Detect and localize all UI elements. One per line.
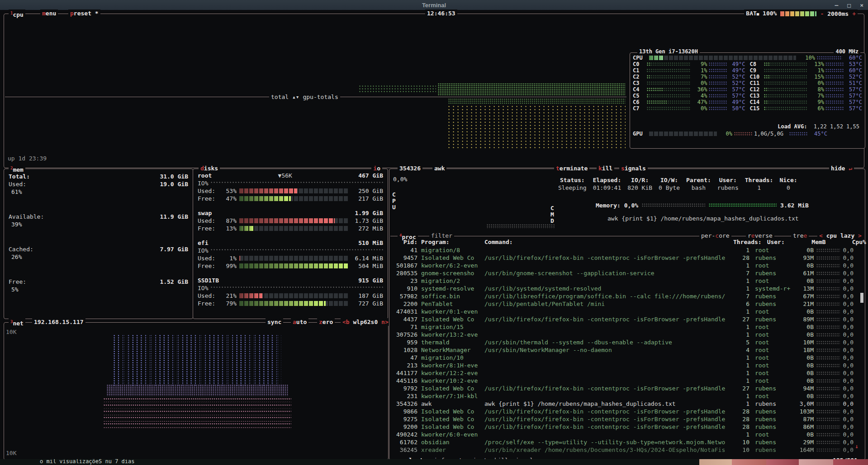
process-pid: 1028 (391, 346, 417, 354)
process-row[interactable]: 71migration/151root0B0,0 (391, 323, 861, 331)
process-pid: 307526 (391, 331, 417, 338)
process-command: /usr/bin/xreader /home/rubens/Documentos… (484, 446, 733, 454)
cpu-box-title[interactable]: 1cpu (9, 9, 25, 19)
disk-usage-label: Used: (198, 254, 218, 262)
process-program: Isolated Web Co (421, 408, 480, 415)
disk-section: efi510 MiBIO%Used:1%6.14 MiBFree:99%504 … (198, 239, 383, 277)
menu-button[interactable]: menu (40, 9, 58, 17)
disk-usage-label: Free: (198, 262, 218, 270)
process-row[interactable]: 2200PenTablet/usr/lib/pentablet/PenTable… (391, 300, 861, 308)
minimize-icon[interactable]: – (835, 1, 839, 9)
zero-button[interactable]: zero (317, 318, 335, 326)
status-column: Parent:bash (683, 176, 714, 192)
detail-cpu-percent: 0,0% (393, 175, 407, 183)
process-row[interactable]: 307526kworker/13:2-eve1root0B0,0 (391, 331, 861, 338)
process-row[interactable]: 9457Isolated Web Co/usr/lib/firefox/fire… (391, 254, 861, 262)
core-percent: 1% (809, 67, 824, 74)
process-row[interactable]: 474031kworker/0:1-even1root0B0,0 (391, 308, 861, 315)
process-row[interactable]: 57982soffice.bin/usr/lib/libreoffice/pro… (391, 292, 861, 300)
io-mode-button[interactable]: io (371, 164, 382, 172)
core-percent: 9% (809, 99, 824, 105)
detail-graph-dots (487, 224, 555, 229)
process-row[interactable]: 490242kworker/6:0-even1root0B0,0 (391, 431, 861, 438)
col-cpu[interactable]: Cpu% (852, 238, 866, 246)
disk-usage-row: Used:87%1.73 GiB (198, 217, 383, 225)
process-row[interactable]: 36245xreader/usr/bin/xreader /home/ruben… (391, 446, 861, 454)
process-cpu-percent: 0,0 (840, 423, 854, 431)
process-row[interactable]: 9866Isolated Web Co/usr/lib/firefox/fire… (391, 408, 861, 415)
col-command[interactable]: Command: (484, 238, 733, 246)
detail-mem-dots-dim (642, 203, 705, 207)
process-row[interactable]: 9200Isolated Web Co/usr/lib/firefox/fire… (391, 423, 861, 431)
sync-button[interactable]: sync (266, 318, 283, 326)
col-memb[interactable]: MemB (803, 238, 826, 246)
core-temp: 52°C (845, 74, 862, 80)
core-temp: 57°C (845, 99, 862, 105)
core-usage-dots (647, 100, 691, 104)
process-row[interactable]: 4437Isolated Web Co/usr/lib/firefox/fire… (391, 315, 861, 323)
core-label: C5 (633, 93, 645, 99)
process-row[interactable]: 354326awkawk {print $1} /home/rubens/map… (391, 400, 861, 408)
disk-usage-label: Used: (198, 217, 218, 225)
core-usage-dots (764, 100, 808, 104)
core-temp-dots (825, 62, 844, 66)
core-label: C9 (750, 67, 763, 74)
window-controls: – □ × (835, 0, 863, 10)
process-row[interactable]: 280535gnome-screensho/usr/bin/gnome-scre… (391, 269, 861, 277)
process-row[interactable]: 9275Isolated Web Co/usr/lib/firefox/fire… (391, 415, 861, 423)
process-row[interactable]: 213kworker/8:1H-eve1root0B0,0 (391, 362, 861, 369)
status-value: 01:09:41 (593, 184, 621, 192)
core-usage-fill (647, 69, 647, 72)
core-temp: 49°C (728, 61, 745, 67)
process-program: kworker/6:2-even (421, 262, 480, 269)
process-cpu-dots (816, 402, 840, 406)
col-pid[interactable]: Pid: (391, 238, 417, 246)
mem-stat-percent: 26% (9, 253, 188, 261)
process-user: root (755, 308, 791, 315)
col-threads[interactable]: Threads: (733, 238, 762, 246)
mem-stats: Total:31.0 GiBUsed:19.0 GiB61%Available:… (4, 169, 193, 310)
process-program: thermald (421, 338, 480, 346)
maximize-icon[interactable]: □ (847, 1, 851, 9)
process-memb: 0B (791, 369, 814, 377)
process-row[interactable]: 910systemd-resolve/usr/lib/systemd/syste… (391, 285, 861, 292)
disk-io-graph (211, 182, 383, 185)
interface-switcher[interactable]: <b wlp62s0 n> (341, 318, 390, 326)
process-memb: 89M (791, 315, 814, 323)
mem-box-title[interactable]: 2mem (9, 164, 25, 174)
process-row[interactable]: 959thermald/usr/sbin/thermald --systemd … (391, 338, 861, 346)
process-threads: 27 (733, 385, 749, 392)
gpu-vram: 1,0G/5,0G (754, 131, 787, 137)
proc-scrollbar-thumb[interactable] (860, 293, 863, 303)
core-temp: 57°C (728, 93, 745, 99)
process-row[interactable]: 1028NetworkManager/usr/sbin/NetworkManag… (391, 346, 861, 354)
process-row[interactable]: 41migration/81root0B0,0 (391, 246, 861, 254)
process-row[interactable]: 441177kworker/12:2-eve1root0B0,0 (391, 369, 861, 377)
process-command: /usr/lib/firefox/firefox-bin -contentpro… (484, 415, 733, 423)
process-row[interactable]: 501867kworker/6:2-even1root0B0,0 (391, 262, 861, 269)
mem-stat-value: 31.0 GiB (160, 173, 188, 180)
process-row[interactable]: 9792Isolated Web Co/usr/lib/firefox/fire… (391, 385, 861, 392)
core-temp: 49°C (728, 99, 745, 105)
status-value: bash (686, 184, 711, 192)
process-row[interactable]: 47migration/101root0B0,0 (391, 354, 861, 362)
col-program[interactable]: Program: (421, 238, 480, 246)
auto-button[interactable]: auto (291, 318, 308, 326)
disk-usage-percent: 1% (221, 254, 237, 262)
cpu-divider-label[interactable]: total ▴▾ gpu-totals (269, 93, 340, 101)
close-icon[interactable]: × (860, 1, 863, 9)
process-row[interactable]: 445116kworker/10:2-eve1root0B0,0 (391, 377, 861, 385)
core-percent: 0% (809, 80, 824, 86)
process-user: rubens (755, 269, 791, 277)
process-row[interactable]: 231kworker/7:1H-kbl1root0B0,0 (391, 392, 861, 400)
process-row[interactable]: 61762obsidian/proc/self/exe --type=utili… (391, 438, 861, 446)
preset-button[interactable]: preset * (68, 9, 100, 17)
interval-decrease-button[interactable]: - (820, 10, 824, 18)
disk-usage-value: 504 MiB (351, 262, 383, 270)
disks-box-title[interactable]: disks (199, 164, 220, 172)
net-box-title[interactable]: 3net (9, 318, 25, 327)
col-user[interactable]: User: (767, 238, 803, 246)
interval-increase-button[interactable]: + (852, 10, 856, 18)
process-program: kworker/0:1-even (421, 308, 480, 315)
process-row[interactable]: 23migration/21root0B0,0 (391, 277, 861, 285)
